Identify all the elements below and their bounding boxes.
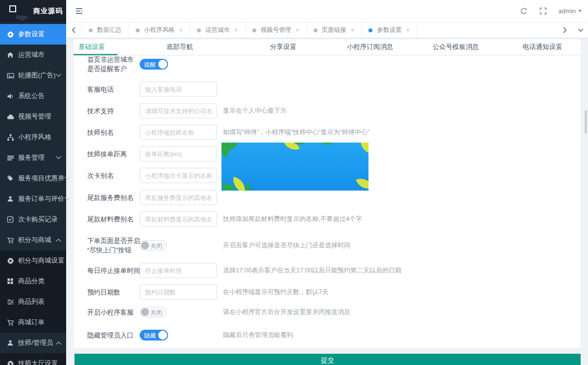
settings-form: 首页非运营城市是否提醒客户提醒客服电话技术支持显示在个人中心最下方技师别名如填写… xyxy=(74,55,581,348)
text-input[interactable] xyxy=(140,168,217,183)
subtab-0[interactable]: 基础设置 xyxy=(78,39,105,55)
sidebar-item-15[interactable]: 技师/管理员 xyxy=(0,333,66,353)
sidebar-item-2[interactable]: 轮播图(广告) xyxy=(0,65,66,86)
logo-alt-text: logo xyxy=(16,14,27,21)
tab-close-icon[interactable]: × xyxy=(234,27,238,33)
sidebar-item-label: 服务项目优惠券 xyxy=(18,174,65,183)
gear-icon xyxy=(6,30,14,38)
text-input[interactable] xyxy=(140,212,217,227)
leaf-icon xyxy=(357,143,368,153)
sidebar: logo 商业源码 参数设置运营城市轮播图(广告)系统公告视频号管理小程序风格服… xyxy=(0,0,66,365)
tab-close-icon[interactable]: × xyxy=(179,27,183,33)
page-tab-5[interactable]: 参数设置× xyxy=(362,23,417,38)
toggle-switch-off[interactable]: 关闭 xyxy=(140,307,167,317)
refresh-icon[interactable] xyxy=(520,7,528,15)
cloud-icon xyxy=(6,113,14,121)
toggle-switch-on[interactable]: 隐藏 xyxy=(140,330,168,341)
tab-status-dot xyxy=(136,28,140,32)
sidebar-item-11[interactable]: 积分与商城设置 xyxy=(0,250,66,271)
caret-down-icon xyxy=(578,9,582,13)
text-input[interactable] xyxy=(140,190,217,205)
tabs-scroll-right-icon[interactable] xyxy=(557,27,572,33)
sidebar-item-10[interactable]: 积分与商城 xyxy=(0,230,66,250)
user-menu[interactable]: admin xyxy=(559,7,582,15)
tab-status-dot xyxy=(89,28,93,32)
field-label: 下单页面是否开启“尽快上门”按钮 xyxy=(87,236,141,255)
field-label: 隐藏管理员入口 xyxy=(87,331,141,340)
check-square-icon xyxy=(6,216,14,223)
tab-close-icon[interactable]: × xyxy=(406,27,410,33)
app-title: 商业源码 xyxy=(33,7,63,16)
settings-subtabs: 基础设置底部导航分享设置小程序订阅消息公众号模板消息电话通知设置 xyxy=(74,39,581,55)
sidebar-item-4[interactable]: 视频号管理 xyxy=(0,106,66,127)
chevron-up-icon xyxy=(56,238,61,242)
sidebar-item-9[interactable]: 次卡购买记录 xyxy=(0,209,66,230)
sidebar-item-label: 小程序风格 xyxy=(18,133,51,142)
page-tab-4[interactable]: 页面链接× xyxy=(307,23,362,38)
field-label: 尾款服务费别名 xyxy=(87,193,141,202)
field-label: 每日停止接单时间 xyxy=(87,266,141,275)
logo-placeholder-icon xyxy=(9,5,16,12)
field-help-text: 请在小程序官方后台开发设置里关闭推送消息 xyxy=(223,308,350,316)
scrollbar-thumb[interactable] xyxy=(585,110,587,134)
sidebar-item-6[interactable]: 服务管理 xyxy=(0,147,66,168)
field-label: 开启小程序客服 xyxy=(87,308,141,317)
sidebar-item-5[interactable]: 小程序风格 xyxy=(0,127,66,147)
submit-label: 提交 xyxy=(321,356,334,365)
field-label: 技师别名 xyxy=(87,128,141,137)
subtab-1[interactable]: 底部导航 xyxy=(167,39,193,55)
field-help-text: 显示在个人中心最下方 xyxy=(223,106,287,115)
sidebar-item-label: 技师/管理员 xyxy=(18,339,53,347)
sidebar-item-0[interactable]: 参数设置 xyxy=(0,24,66,45)
subtab-5[interactable]: 电话通知设置 xyxy=(523,39,563,55)
subtab-4[interactable]: 公众号模板消息 xyxy=(433,39,479,55)
toggle-switch-on[interactable]: 提醒 xyxy=(140,59,168,70)
sidebar-item-label: 商品分类 xyxy=(18,277,45,286)
sidebar-item-14[interactable]: 商城订单 xyxy=(0,312,66,333)
sidebar-item-12[interactable]: 商品分类 xyxy=(0,271,66,292)
sidebar-item-7[interactable]: 服务项目优惠券 xyxy=(0,168,66,189)
page-tab-0[interactable]: 数据汇总 xyxy=(82,23,129,38)
text-input[interactable] xyxy=(140,82,217,97)
sidebar-item-3[interactable]: 系统公告 xyxy=(0,86,66,106)
tab-status-dot xyxy=(252,28,256,32)
text-input[interactable] xyxy=(140,285,217,300)
tabs-scroll-left-icon[interactable] xyxy=(66,23,82,38)
page-tab-2[interactable]: 运营城市× xyxy=(190,23,245,38)
tab-label: 数据汇总 xyxy=(97,26,122,34)
field-help-text: 开启后客户可选择是否尽快上门还是选择时间 xyxy=(223,241,350,250)
field-label: 预约日期数 xyxy=(87,288,141,297)
sidebar-item-8[interactable]: 服务订单与评价 xyxy=(0,189,66,209)
image-icon xyxy=(6,72,14,79)
sidebar-item-13[interactable]: 商品列表 xyxy=(0,292,66,312)
text-input[interactable] xyxy=(140,125,217,140)
fullscreen-icon[interactable] xyxy=(539,7,547,15)
settings-panel: 基础设置底部导航分享设置小程序订阅消息公众号模板消息电话通知设置 首页非运营城市… xyxy=(74,39,581,348)
subtab-3[interactable]: 小程序订阅消息 xyxy=(347,39,393,55)
subtab-2[interactable]: 分享设置 xyxy=(270,39,296,55)
field-label: 技术支持 xyxy=(87,106,141,116)
sidebar-item-label: 商城订单 xyxy=(18,318,45,327)
tab-close-icon[interactable]: × xyxy=(351,27,355,33)
sitemap-icon xyxy=(6,133,14,141)
user-name: admin xyxy=(559,7,576,15)
toggle-switch-off[interactable]: 关闭 xyxy=(140,240,167,251)
tabs-options-icon[interactable] xyxy=(572,28,588,32)
sidebar-item-label: 服务管理 xyxy=(18,153,45,162)
sidebar-item-1[interactable]: 运营城市 xyxy=(0,45,66,65)
sidebar-item-16[interactable]: 技师大厅设置 xyxy=(0,353,66,365)
chevron-down-icon xyxy=(65,197,70,201)
sidebar-item-label: 积分与商城 xyxy=(18,236,51,244)
person-icon xyxy=(6,339,14,347)
tab-label: 小程序风格 xyxy=(144,26,175,34)
tab-label: 参数设置 xyxy=(377,26,401,34)
submit-button[interactable]: 提交 xyxy=(74,354,581,365)
text-input[interactable] xyxy=(140,103,217,119)
page-tab-1[interactable]: 小程序风格× xyxy=(129,23,190,38)
collapse-menu-icon[interactable] xyxy=(75,7,83,17)
page-tab-3[interactable]: 视频号管理× xyxy=(245,23,307,38)
tab-close-icon[interactable]: × xyxy=(295,27,299,33)
text-input[interactable] xyxy=(140,263,217,278)
text-input[interactable] xyxy=(140,146,217,162)
leaf-icon xyxy=(320,143,332,148)
